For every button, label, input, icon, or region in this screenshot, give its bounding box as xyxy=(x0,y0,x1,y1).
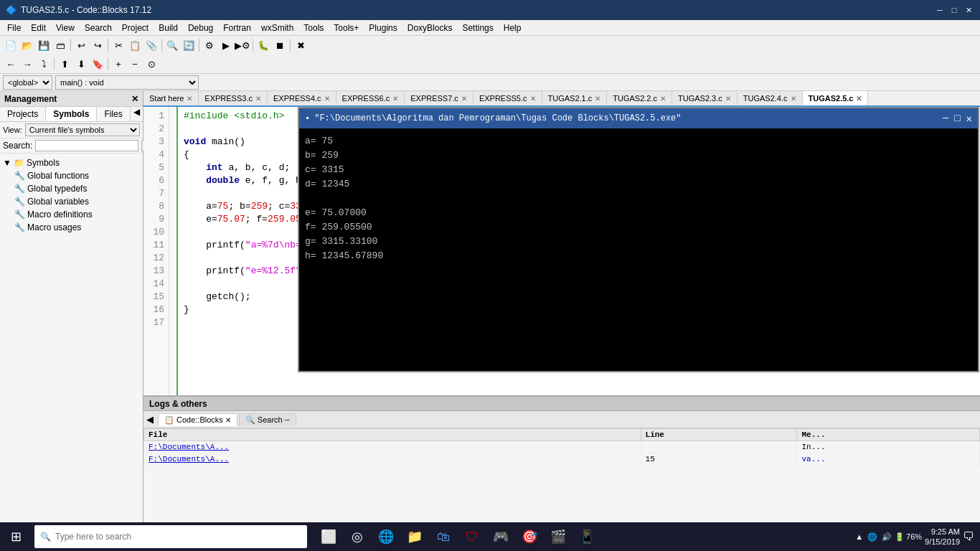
tab-tugas24[interactable]: TUGAS2.4.c ✕ xyxy=(738,91,803,105)
menu-help[interactable]: Help xyxy=(499,22,526,34)
tree-item-globaltd[interactable]: 🔧 Global typedefs xyxy=(14,182,140,195)
console-close-button[interactable]: ✕ xyxy=(966,113,972,125)
zoom-out-button[interactable]: − xyxy=(127,56,143,72)
tab-files[interactable]: Files xyxy=(97,107,130,121)
tab-close-icon[interactable]: ✕ xyxy=(660,95,666,103)
file-cell[interactable]: F:\Documents\A... xyxy=(144,441,641,453)
menu-toolsplus[interactable]: Tools+ xyxy=(329,22,363,34)
taskbar-explorer[interactable]: 📁 xyxy=(402,524,428,550)
menu-view[interactable]: View xyxy=(52,22,79,34)
cut-button[interactable]: ✂ xyxy=(110,37,126,53)
tab-tugas21[interactable]: TUGAS2.1.c ✕ xyxy=(542,91,608,105)
taskbar-mobile[interactable]: 📱 xyxy=(574,524,600,550)
taskbar-cortana[interactable]: ◎ xyxy=(344,524,370,550)
menu-doxyblocks[interactable]: DoxyBlocks xyxy=(403,22,457,34)
taskbar-app2[interactable]: 🎯 xyxy=(517,524,542,550)
stop-button[interactable]: ⏹ xyxy=(272,37,288,53)
next-bookmark[interactable]: ⬇ xyxy=(73,56,89,72)
open-button[interactable]: 📂 xyxy=(19,37,35,53)
tray-arrow-icon[interactable]: ▲ xyxy=(855,532,863,541)
toggle-bookmark[interactable]: 🔖 xyxy=(90,56,105,72)
console-minimize-button[interactable]: ─ xyxy=(943,113,948,125)
volume-icon[interactable]: 🔊 xyxy=(882,532,892,542)
tab-express6[interactable]: EXPRESS6.c ✕ xyxy=(336,91,405,105)
network-icon[interactable]: 🌐 xyxy=(867,532,877,542)
search-tab-close[interactable]: ─ xyxy=(285,416,290,424)
file-cell[interactable]: F:\Documents\A... xyxy=(144,453,641,466)
notification-icon[interactable]: 🗨 xyxy=(963,530,974,543)
start-button[interactable]: ⊞ xyxy=(0,522,32,551)
menu-plugins[interactable]: Plugins xyxy=(364,22,401,34)
undo-button[interactable]: ↩ xyxy=(73,37,89,53)
save-all-button[interactable]: 🗃 xyxy=(52,37,68,53)
bottom-tab-codeblocks[interactable]: 📋 Code::Blocks ✕ xyxy=(158,413,237,426)
tree-item-macrouse[interactable]: 🔧 Macro usages xyxy=(14,221,140,234)
paste-button[interactable]: 📎 xyxy=(143,37,159,53)
menu-edit[interactable]: Edit xyxy=(27,22,50,34)
taskbar-app1[interactable]: 🎮 xyxy=(488,524,514,550)
search-input[interactable] xyxy=(35,140,138,151)
run-button[interactable]: ▶ xyxy=(218,37,234,53)
replace-button[interactable]: 🔄 xyxy=(181,37,197,53)
tab-tugas22[interactable]: TUGAS2.2.c ✕ xyxy=(607,91,672,105)
battery-icon[interactable]: 🔋 xyxy=(895,532,905,542)
taskbar-edge[interactable]: 🌐 xyxy=(373,524,399,550)
console-maximize-button[interactable]: □ xyxy=(954,113,960,125)
tree-item-globalvar[interactable]: 🔧 Global variables xyxy=(14,195,140,208)
back-button[interactable]: ← xyxy=(3,56,19,72)
taskbar-search-input[interactable] xyxy=(55,532,301,542)
save-button[interactable]: 💾 xyxy=(36,37,52,53)
minimize-button[interactable]: ─ xyxy=(934,4,946,16)
view-select[interactable]: Current file's symbols xyxy=(25,123,140,136)
zoom-in-button[interactable]: + xyxy=(110,56,126,72)
zoom-reset-button[interactable]: ⊙ xyxy=(143,56,159,72)
tab-close-icon[interactable]: ✕ xyxy=(725,95,731,103)
bottom-tab-search[interactable]: 🔍 Search ─ xyxy=(239,413,296,426)
menu-tools[interactable]: Tools xyxy=(299,22,328,34)
menu-wxsmith[interactable]: wxSmith xyxy=(257,22,298,34)
taskbar-media[interactable]: 🎬 xyxy=(545,524,571,550)
close-panel-icon[interactable]: ✕ xyxy=(131,94,138,104)
tab-start-here[interactable]: Start here ✕ xyxy=(143,91,199,105)
tab-express3[interactable]: EXPRESS3.c ✕ xyxy=(199,91,268,105)
menu-fortran[interactable]: Fortran xyxy=(219,22,255,34)
abort-button[interactable]: ✖ xyxy=(293,37,308,53)
tab-tugas25[interactable]: TUGAS2.5.c ✕ xyxy=(803,91,869,105)
menu-debug[interactable]: Debug xyxy=(184,22,217,34)
bottom-tab-close[interactable]: ✕ xyxy=(225,416,231,424)
tab-express7[interactable]: EXPRESS7.c ✕ xyxy=(405,91,473,105)
tab-close-icon[interactable]: ✕ xyxy=(530,95,536,103)
tab-close-icon[interactable]: ✕ xyxy=(856,95,862,103)
tab-symbols[interactable]: Symbols xyxy=(46,107,97,121)
panel-arrow-left[interactable]: ◀ xyxy=(131,107,143,121)
close-button[interactable]: ✕ xyxy=(963,4,974,16)
function-select[interactable]: main() : void xyxy=(55,75,199,90)
tab-close-icon[interactable]: ✕ xyxy=(324,95,330,103)
tab-express4[interactable]: EXPRESS4.c ✕ xyxy=(268,91,336,105)
build-button[interactable]: ⚙ xyxy=(202,37,217,53)
menu-file[interactable]: File xyxy=(3,22,25,34)
tree-item-macrodef[interactable]: 🔧 Macro definitions xyxy=(14,208,140,221)
menu-settings[interactable]: Settings xyxy=(458,22,497,34)
tab-express5[interactable]: EXPRESS5.c ✕ xyxy=(473,91,542,105)
tab-close-icon[interactable]: ✕ xyxy=(461,95,467,103)
forward-button[interactable]: → xyxy=(19,56,35,72)
tree-item-globalfn[interactable]: 🔧 Global functions xyxy=(14,169,140,182)
tab-tugas23[interactable]: TUGAS2.3.c ✕ xyxy=(672,91,738,105)
debug-button[interactable]: 🐛 xyxy=(255,37,271,53)
code-editor[interactable]: 12345 678910 1112131415 1617 #include <s… xyxy=(143,107,980,395)
new-button[interactable]: 📄 xyxy=(3,37,19,53)
copy-button[interactable]: 📋 xyxy=(127,37,143,53)
menu-search[interactable]: Search xyxy=(80,22,116,34)
redo-button[interactable]: ↪ xyxy=(90,37,105,53)
jump-button[interactable]: ⤵ xyxy=(36,56,52,72)
taskview-button[interactable]: ⬜ xyxy=(316,524,341,550)
taskbar-store[interactable]: 🛍 xyxy=(430,524,456,550)
tab-close-icon[interactable]: ✕ xyxy=(791,95,796,103)
tab-projects[interactable]: Projects xyxy=(0,107,46,121)
taskbar-mcafee[interactable]: 🛡 xyxy=(459,524,485,550)
tab-close-icon[interactable]: ✕ xyxy=(187,95,192,103)
tab-close-icon[interactable]: ✕ xyxy=(595,95,600,103)
build-run-button[interactable]: ▶⚙ xyxy=(235,37,250,53)
prev-bookmark[interactable]: ⬆ xyxy=(57,56,72,72)
